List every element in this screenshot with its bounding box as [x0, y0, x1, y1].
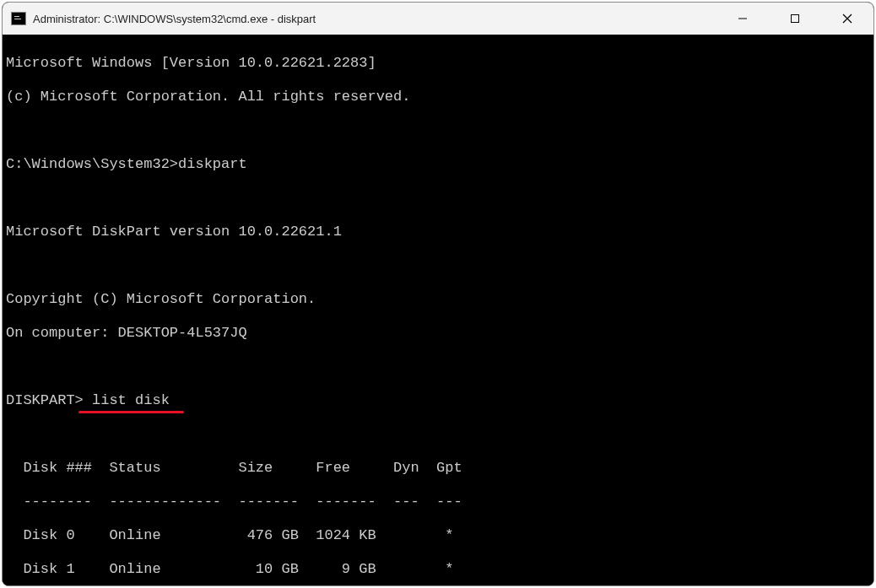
blank-line — [6, 426, 870, 443]
maximize-button[interactable] — [769, 3, 821, 35]
blank-line — [6, 257, 870, 274]
computer-name: On computer: DESKTOP-4L537JQ — [6, 325, 870, 342]
titlebar[interactable]: Administrator: C:\WINDOWS\system32\cmd.e… — [3, 3, 873, 35]
window-frame: Administrator: C:\WINDOWS\system32\cmd.e… — [2, 2, 874, 586]
version-line: Microsoft Windows [Version 10.0.22621.22… — [6, 55, 870, 72]
annotation-underline — [78, 411, 184, 413]
blank-line — [6, 359, 870, 375]
table-row: Disk 1 Online 10 GB 9 GB * — [6, 561, 870, 578]
cmd-icon — [11, 12, 26, 25]
table-divider: -------- ------------- ------- ------- -… — [6, 494, 870, 510]
minimize-icon — [738, 13, 748, 24]
close-icon — [842, 13, 852, 24]
window-controls — [716, 3, 873, 35]
diskpart-version: Microsoft DiskPart version 10.0.22621.1 — [6, 224, 870, 240]
command-line: C:\Windows\System32>diskpart — [6, 156, 870, 173]
table-header: Disk ### Status Size Free Dyn Gpt — [6, 460, 870, 477]
blank-line — [6, 122, 870, 139]
svg-rect-1 — [792, 15, 799, 23]
minimize-button[interactable] — [716, 3, 769, 35]
table-row: Disk 0 Online 476 GB 1024 KB * — [6, 527, 870, 544]
copyright-line: (c) Microsoft Corporation. All rights re… — [6, 89, 870, 105]
maximize-icon — [790, 13, 800, 24]
diskpart-prompt: DISKPART> list disk — [6, 392, 870, 409]
close-button[interactable] — [821, 3, 873, 35]
window-title: Administrator: C:\WINDOWS\system32\cmd.e… — [33, 13, 716, 25]
blank-line — [6, 190, 870, 207]
terminal-content[interactable]: Microsoft Windows [Version 10.0.22621.22… — [3, 35, 873, 585]
diskpart-copyright: Copyright (C) Microsoft Corporation. — [6, 291, 870, 308]
